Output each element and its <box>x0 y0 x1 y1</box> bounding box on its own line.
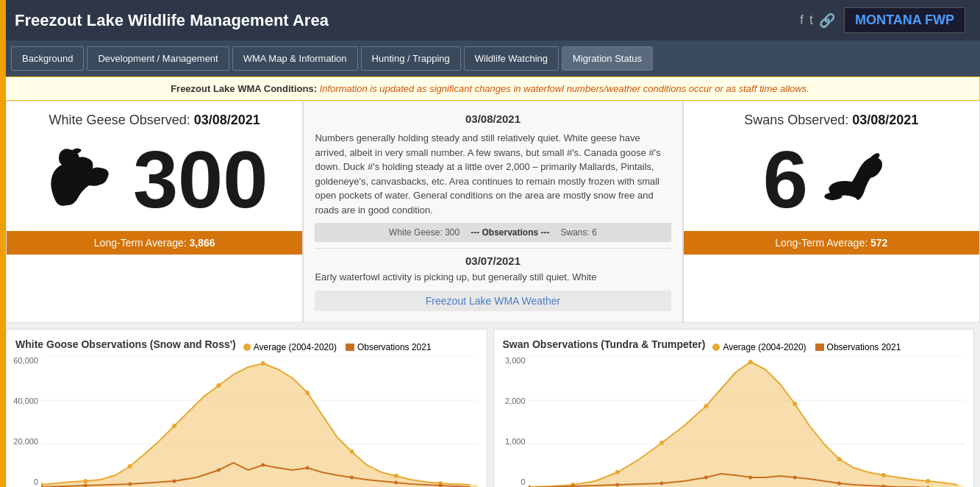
swan-y1: 0 <box>521 477 525 486</box>
charts-row: White Goose Observations (Snow and Ross'… <box>0 323 980 488</box>
obs-geese: White Geese: 300 <box>389 227 459 238</box>
svg-point-34 <box>793 402 797 406</box>
svg-point-36 <box>881 473 885 477</box>
swans-panel: Swans Observed: 03/08/2021 6 Long-Term A… <box>683 101 980 323</box>
navigation-bar: Background Development / Management WMA … <box>0 40 980 77</box>
alert-prefix: Freezout Lake WMA Conditions: <box>171 83 317 94</box>
goose-avg-dot <box>243 344 251 351</box>
svg-point-16 <box>128 482 132 486</box>
svg-point-35 <box>837 457 841 461</box>
goose-display: 300 <box>18 135 291 224</box>
svg-point-12 <box>394 474 398 478</box>
swan-y3: 2,000 <box>505 397 526 405</box>
svg-point-9 <box>261 361 265 366</box>
swan-chart-container: 3,000 2,000 1,000 0 <box>503 356 965 488</box>
svg-point-32 <box>704 404 708 408</box>
geese-title: White Geese Observed: 03/08/2021 <box>18 113 291 128</box>
geese-count: 300 <box>133 139 268 220</box>
page-title: Freezout Lake Wildlife Management Area <box>15 11 329 30</box>
geese-panel: White Geese Observed: 03/08/2021 300 Lon… <box>6 101 303 323</box>
tab-wma-map[interactable]: WMA Map & Information <box>232 46 358 71</box>
swan-legend-avg: Average (2004-2020) <box>712 342 806 352</box>
svg-point-18 <box>217 468 221 472</box>
swan-chart-panel: Swan Observations (Tundra & Trumpeter) A… <box>493 329 975 488</box>
goose-obs-label: Observations 2021 <box>357 342 432 352</box>
link-icon[interactable]: 🔗 <box>819 13 835 29</box>
tab-background[interactable]: Background <box>11 46 84 71</box>
swan-y-axis: 3,000 2,000 1,000 0 <box>503 356 529 487</box>
swan-chart-inner: Mar Mar 8 Mar 15 Mar 22 Mar 29 Apr Apr 1… <box>529 356 965 488</box>
goose-chart-panel: White Goose Observations (Snow and Ross'… <box>6 329 487 488</box>
left-accent-bar <box>0 0 6 487</box>
svg-point-31 <box>659 441 664 445</box>
alert-text: Information is updated as significant ch… <box>320 83 809 94</box>
social-icons: f t 🔗 <box>800 13 835 29</box>
goose-chart-legend: Average (2004-2020) Observations 2021 <box>243 342 432 352</box>
swan-chart-title: Swan Observations (Tundra & Trumpeter) <box>503 338 706 350</box>
svg-point-30 <box>615 470 619 474</box>
svg-point-6 <box>128 464 132 469</box>
tab-wildlife-watching[interactable]: Wildlife Watching <box>464 46 559 71</box>
svg-point-21 <box>350 475 354 479</box>
swan-y4: 3,000 <box>505 356 526 365</box>
svg-point-10 <box>305 391 310 395</box>
swan-chart-legend: Average (2004-2020) Observations 2021 <box>712 342 901 352</box>
swan-avg-dot <box>712 344 720 351</box>
stats-row: White Geese Observed: 03/08/2021 300 Lon… <box>0 101 980 323</box>
goose-chart-svg <box>41 356 478 488</box>
goose-chart-inner: Mar Mar 8 Mar 15 Mar 22 Mar 29 Apr Apr 1… <box>41 356 478 488</box>
swans-count: 6 <box>763 139 808 220</box>
svg-point-45 <box>837 481 840 485</box>
center-panel: 03/08/2021 Numbers generally holding ste… <box>303 101 682 323</box>
goose-y2: 20,000 <box>13 437 38 446</box>
swan-obs-rect <box>815 344 824 351</box>
svg-point-22 <box>394 480 398 484</box>
center-date2: 03/07/2021 <box>315 248 670 267</box>
tab-hunting[interactable]: Hunting / Trapping <box>361 46 461 71</box>
goose-chart-title: White Goose Observations (Snow and Ross'… <box>15 338 236 350</box>
svg-point-15 <box>84 483 87 487</box>
logo-text: MONTANA FWP <box>855 13 954 27</box>
alert-bar: Freezout Lake WMA Conditions: Informatio… <box>0 77 980 101</box>
obs-sep: --- Observations --- <box>471 227 549 238</box>
svg-point-40 <box>615 483 619 486</box>
goose-y4: 60,000 <box>13 356 38 365</box>
swans-avg: Long-Term Average: 572 <box>684 231 979 255</box>
swan-legend-obs: Observations 2021 <box>815 342 901 352</box>
swan-silhouette-icon <box>812 135 900 224</box>
svg-point-8 <box>216 383 221 388</box>
obs-bar: White Geese: 300 --- Observations --- Sw… <box>315 223 670 242</box>
svg-point-43 <box>748 475 752 479</box>
svg-point-41 <box>659 481 663 485</box>
goose-silhouette-icon <box>41 135 129 224</box>
svg-point-17 <box>173 479 176 483</box>
goose-y1: 0 <box>34 477 38 486</box>
svg-point-5 <box>83 479 87 483</box>
obs-swans: Swans: 6 <box>561 227 597 238</box>
page-header: Freezout Lake Wildlife Management Area f… <box>0 0 980 40</box>
goose-chart-container: 60,000 40,000 20,000 0 <box>15 356 478 488</box>
svg-point-19 <box>261 463 265 466</box>
tab-development[interactable]: Development / Management <box>87 46 229 71</box>
svg-point-44 <box>793 475 796 479</box>
twitter-icon[interactable]: t <box>809 13 813 29</box>
swans-title: Swans Observed: 03/08/2021 <box>695 113 968 128</box>
svg-point-23 <box>439 483 443 487</box>
swan-avg-label: Average (2004-2020) <box>723 342 806 352</box>
goose-avg-label: Average (2004-2020) <box>254 342 337 352</box>
montana-fwp-logo: MONTANA FWP <box>844 7 965 33</box>
header-right: f t 🔗 MONTANA FWP <box>800 7 965 33</box>
facebook-icon[interactable]: f <box>800 13 804 29</box>
goose-y3: 40,000 <box>13 397 38 405</box>
center-text1: Numbers generally holding steady and sti… <box>315 131 670 217</box>
svg-point-11 <box>349 449 354 454</box>
svg-point-33 <box>748 360 752 364</box>
swan-display: 6 <box>695 135 968 224</box>
tab-migration-status[interactable]: Migration Status <box>562 46 653 71</box>
svg-point-37 <box>926 479 930 483</box>
geese-avg: Long-Term Average: 3,866 <box>7 231 302 255</box>
svg-point-20 <box>306 466 310 469</box>
weather-link[interactable]: Freezout Lake WMA Weather <box>315 291 670 311</box>
swan-y2: 1,000 <box>505 437 526 446</box>
goose-legend-obs: Observations 2021 <box>346 342 432 352</box>
